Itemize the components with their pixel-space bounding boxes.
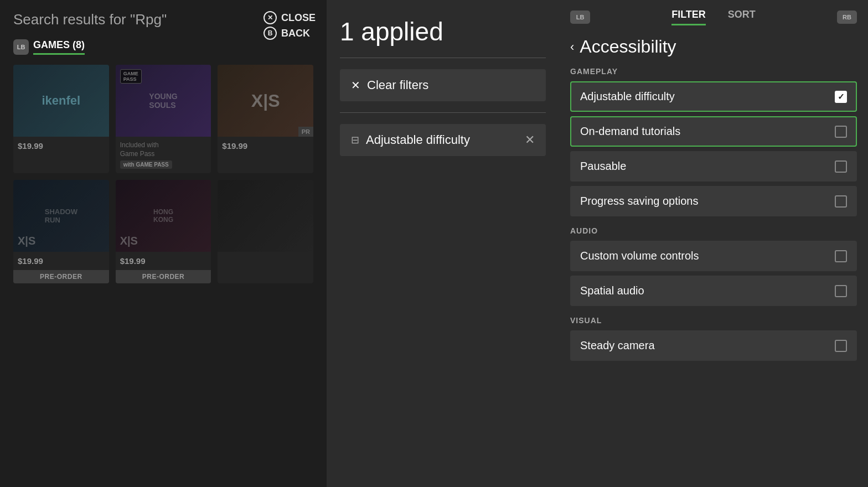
spatial-audio-label: Spatial audio — [580, 284, 644, 297]
game-thumbnail-third: X|S — [218, 65, 313, 137]
audio-section-label: AUDIO — [570, 226, 857, 235]
clear-filters-label: Clear filters — [367, 78, 428, 92]
close-icon: ✕ — [264, 11, 277, 24]
game-card-shadowrun-hk[interactable]: HONGKONG X|S $19.99 PRE-ORDER — [116, 180, 211, 283]
pausable-checkbox[interactable] — [835, 160, 847, 173]
filter-option-on-demand[interactable]: Adjustable difficulty — [570, 81, 857, 112]
filter-option-custom-volume[interactable]: Custom volume controls — [570, 241, 857, 271]
close-button[interactable]: ✕ CLOSE — [264, 11, 316, 24]
game-card-shadowrun[interactable]: SHADOWRUN X|S $19.99 PRE-ORDER — [13, 180, 109, 283]
game-card-ikenfel[interactable]: ikenfel $19.99 — [13, 65, 109, 173]
left-panel: Search results for "Rpg" ✕ CLOSE B BACK … — [0, 0, 327, 487]
back-icon: B — [264, 27, 277, 40]
back-arrow-icon: ‹ — [570, 40, 574, 54]
spatial-audio-checkbox[interactable] — [835, 285, 847, 297]
right-panel: LB FILTER SORT RB ‹ Accessibility GAMEPL… — [559, 0, 868, 487]
divider-bottom — [340, 112, 546, 113]
game-card-young-souls[interactable]: YOUNGSOULS GAMEPASS Included withGame Pa… — [116, 65, 211, 173]
tabs-row: LB GAMES (8) — [13, 39, 313, 55]
progress-saving-label: Progress saving options — [580, 195, 698, 208]
back-button[interactable]: B BACK — [264, 27, 310, 40]
rb-controller-button[interactable]: RB — [837, 11, 857, 24]
applied-title: 1 applied — [340, 17, 546, 46]
pausable-label: Pausable — [580, 160, 626, 173]
gameplay-section-label: GAMEPLAY — [570, 67, 857, 76]
visual-section-label: VISUAL — [570, 316, 857, 325]
filter-option-pausable[interactable]: Pausable — [570, 151, 857, 182]
middle-panel: 1 applied ✕ Clear filters ⊟ Adjustable d… — [327, 0, 559, 487]
game-card-sixth[interactable] — [218, 180, 313, 283]
filter-tab[interactable]: FILTER — [671, 9, 706, 25]
accessibility-back-button[interactable]: ‹ Accessibility — [570, 37, 857, 57]
game-included-text: Included withGame Pass — [120, 141, 207, 158]
lb-controller-button[interactable]: LB — [570, 11, 590, 24]
game-price-third: $19.99 — [222, 141, 309, 151]
preorder-banner-hk: PRE-ORDER — [116, 270, 211, 283]
custom-volume-label: Custom volume controls — [580, 250, 699, 262]
game-price-hk: $19.99 — [120, 256, 207, 266]
accessibility-title: Accessibility — [580, 37, 676, 57]
games-tab[interactable]: GAMES (8) — [33, 39, 85, 55]
game-card-third[interactable]: X|S PR $19.99 — [218, 65, 313, 173]
filter-remove-button[interactable]: ✕ — [525, 133, 535, 147]
fs-tabs: FILTER SORT — [671, 9, 756, 25]
xs-badge-hk: X|S — [120, 235, 138, 247]
sort-tab[interactable]: SORT — [728, 9, 756, 25]
game-thumbnail-sixth — [218, 180, 313, 252]
game-pass-badge: GAMEPASS — [120, 69, 142, 84]
filter-option-spatial-audio[interactable]: Spatial audio — [570, 276, 857, 306]
filter-icon: ⊟ — [351, 134, 359, 146]
preorder-banner-shadowrun: PRE-ORDER — [13, 270, 109, 283]
lb-button[interactable]: LB — [13, 39, 29, 55]
clear-icon: ✕ — [351, 79, 360, 92]
filter-option-steady-camera[interactable]: Steady camera — [570, 330, 857, 361]
pr-badge: PR — [298, 127, 313, 137]
game-price-ikenfel: $19.99 — [18, 141, 105, 151]
on-demand-label: Adjustable difficulty — [580, 90, 675, 103]
adjustable-difficulty-checkbox[interactable] — [835, 91, 847, 103]
steady-camera-checkbox[interactable] — [835, 340, 847, 352]
steady-camera-label: Steady camera — [580, 339, 655, 352]
game-pass-label: with GAME PASS — [120, 160, 172, 169]
progress-saving-checkbox[interactable] — [835, 195, 847, 208]
divider-top — [340, 58, 546, 58]
game-price-shadowrun: $19.99 — [18, 256, 105, 266]
games-grid: ikenfel $19.99 YOUNGSOULS GAMEPASS Inclu… — [13, 65, 313, 283]
active-filter-tag[interactable]: ⊟ Adjustable difficulty ✕ — [340, 124, 546, 156]
on-demand-checkbox[interactable] — [835, 126, 847, 138]
custom-volume-checkbox[interactable] — [835, 250, 847, 262]
game-thumbnail-ikenfel: ikenfel — [13, 65, 109, 137]
clear-filters-button[interactable]: ✕ Clear filters — [340, 69, 546, 101]
xs-badge-shadowrun: X|S — [18, 235, 35, 247]
filter-option-adjustable[interactable]: On-demand tutorials — [570, 116, 857, 147]
filter-sort-tabs: LB FILTER SORT RB — [570, 9, 857, 25]
filter-tag-label: Adjustable difficulty — [366, 133, 518, 147]
adjustable-label: On-demand tutorials — [580, 125, 680, 138]
close-back-group: ✕ CLOSE B BACK — [264, 11, 316, 40]
filter-option-progress-saving[interactable]: Progress saving options — [570, 186, 857, 216]
